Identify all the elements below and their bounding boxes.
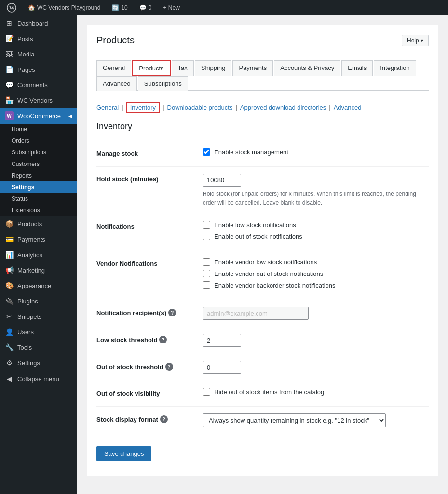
sidebar-item-extensions[interactable]: Extensions <box>0 205 77 216</box>
out-of-stock-visibility-field: Hide out of stock items from the catalog <box>203 381 429 407</box>
stock-display-format-select[interactable]: Always show quantity remaining in stock … <box>203 413 386 427</box>
tab-products[interactable]: Products <box>132 60 170 76</box>
help-button[interactable]: Help ▾ <box>402 35 429 46</box>
tab-general[interactable]: General <box>96 60 131 76</box>
stock-display-format-help-icon[interactable]: ? <box>160 415 168 423</box>
sidebar-item-status[interactable]: Status <box>0 193 77 205</box>
tab-shipping[interactable]: Shipping <box>195 60 232 76</box>
low-stock-notification-label[interactable]: Enable low stock notifications <box>214 221 296 229</box>
vendor-notifications-label: Vendor Notifications <box>96 251 203 300</box>
manage-stock-field: Enable stock management <box>203 141 429 167</box>
sidebar-item-label: Payments <box>17 236 45 243</box>
low-stock-threshold-help-icon[interactable]: ? <box>159 336 167 343</box>
sidebar-item-analytics[interactable]: 📊 Analytics <box>0 247 77 262</box>
tab-subscriptions[interactable]: Subscriptions <box>138 76 188 91</box>
sidebar-item-media[interactable]: 🖼 Media <box>0 46 77 62</box>
sidebar-item-settings[interactable]: Settings <box>0 181 77 193</box>
sidebar-item-marketing[interactable]: 📢 Marketing <box>0 262 77 278</box>
setting-stock-display-format: Stock display format ? Always show quant… <box>96 407 429 435</box>
subnav-downloadable[interactable]: Downloadable products <box>167 104 233 111</box>
hide-out-of-stock-label[interactable]: Hide out of stock items from the catalog <box>214 388 324 396</box>
tab-accounts-privacy[interactable]: Accounts & Privacy <box>274 60 340 76</box>
notification-recipient-help-icon[interactable]: ? <box>168 309 176 316</box>
sidebar-item-woocommerce[interactable]: W WooCommerce ◀ <box>0 108 77 124</box>
sidebar-item-users[interactable]: 👤 Users <box>0 324 77 340</box>
tab-advanced[interactable]: Advanced <box>96 76 137 91</box>
subnav-advanced[interactable]: Advanced <box>334 104 362 111</box>
comments-link[interactable]: 💬 0 <box>136 0 155 15</box>
vendor-low-stock-label[interactable]: Enable vendor low stock notifications <box>214 259 317 266</box>
sidebar-item-customers[interactable]: Customers <box>0 158 77 170</box>
vendor-low-stock-checkbox[interactable] <box>203 258 210 266</box>
posts-icon: 📝 <box>5 34 14 43</box>
new-content-link[interactable]: + New <box>160 0 182 15</box>
notification-recipient-input[interactable] <box>203 307 309 320</box>
tab-tax[interactable]: Tax <box>172 60 194 76</box>
out-of-stock-threshold-label-group: Out of stock threshold ? <box>96 363 203 370</box>
low-stock-notification-checkbox[interactable] <box>203 221 210 229</box>
sidebar-item-label: Snippets <box>17 313 42 320</box>
hide-out-of-stock-checkbox[interactable] <box>203 388 210 396</box>
woocommerce-submenu: Home Orders Subscriptions Customers Repo… <box>0 124 77 216</box>
sidebar-item-appearance[interactable]: 🎨 Appearance <box>0 278 77 293</box>
tab-emails[interactable]: Emails <box>341 60 373 76</box>
vendor-out-of-stock-checkbox[interactable] <box>203 270 210 277</box>
notification-recipient-label: Notification recipient(s) <box>96 309 166 316</box>
stock-display-format-label-group: Stock display format ? <box>96 415 203 423</box>
comments-sidebar-icon: 💬 <box>5 81 14 89</box>
sidebar-item-subscriptions[interactable]: Subscriptions <box>0 147 77 158</box>
subnav-inventory[interactable]: Inventory <box>126 102 160 113</box>
main-tabs: General Products Tax Shipping Payments A… <box>96 60 429 76</box>
plugins-icon: 🔌 <box>5 297 14 305</box>
sidebar-item-posts[interactable]: 📝 Posts <box>0 31 77 46</box>
subscriptions-label: Subscriptions <box>12 149 46 156</box>
out-of-stock-notification-checkbox[interactable] <box>203 233 210 240</box>
sidebar-item-tools[interactable]: 🔧 Tools <box>0 340 77 355</box>
enable-stock-label[interactable]: Enable stock management <box>214 149 288 156</box>
collapse-menu-icon: ◀ <box>5 374 14 383</box>
enable-stock-checkbox[interactable] <box>203 148 210 156</box>
sidebar-item-dashboard[interactable]: ⊞ Dashboard <box>0 15 77 31</box>
sidebar-item-home[interactable]: Home <box>0 124 77 135</box>
sidebar-item-pages[interactable]: 📄 Pages <box>0 62 77 77</box>
sidebar-item-label: Products <box>17 220 42 228</box>
sidebar-item-comments[interactable]: 💬 Comments <box>0 77 77 93</box>
stock-display-format-label: Stock display format <box>96 416 158 423</box>
vendor-backorder-checkbox[interactable] <box>203 281 210 289</box>
sidebar-item-wc-vendors[interactable]: 🏪 WC Vendors <box>0 93 77 108</box>
out-of-stock-threshold-help-icon[interactable]: ? <box>165 363 173 370</box>
site-name[interactable]: 🏠 WC Vendors Playground <box>25 0 103 15</box>
sidebar-item-settings-bottom[interactable]: ⚙ Settings <box>0 355 77 370</box>
tab-integration[interactable]: Integration <box>374 60 416 76</box>
settings-bottom-icon: ⚙ <box>5 358 14 367</box>
notification-recipient-label-cell: Notification recipient(s) ? <box>96 300 203 327</box>
stock-display-format-field: Always show quantity remaining in stock … <box>203 407 429 435</box>
vendor-out-of-stock-label[interactable]: Enable vendor out of stock notifications <box>214 270 323 277</box>
low-stock-threshold-input[interactable] <box>203 334 241 347</box>
sidebar-item-orders[interactable]: Orders <box>0 135 77 147</box>
sidebar-item-label: Collapse menu <box>17 375 59 383</box>
tab-payments[interactable]: Payments <box>232 60 273 76</box>
home-label: Home <box>12 126 27 133</box>
subnav-general[interactable]: General <box>96 104 119 111</box>
reports-label: Reports <box>12 172 32 179</box>
sidebar-item-snippets[interactable]: ✂ Snippets <box>0 309 77 324</box>
out-of-stock-notification-label[interactable]: Enable out of stock notifications <box>214 233 302 240</box>
extensions-label: Extensions <box>12 207 40 214</box>
out-of-stock-threshold-field <box>203 354 429 381</box>
main-content: Products Help ▾ General Products Tax Shi… <box>77 15 448 494</box>
wp-logo-link[interactable]: W <box>4 0 19 15</box>
updates-link[interactable]: 🔄 10 <box>109 0 130 15</box>
sidebar-item-plugins[interactable]: 🔌 Plugins <box>0 293 77 309</box>
out-of-stock-threshold-input[interactable] <box>203 361 241 374</box>
vendor-low-stock-row: Enable vendor low stock notifications <box>203 258 429 266</box>
vendor-backorder-label[interactable]: Enable vendor backorder stock notificati… <box>214 282 335 289</box>
save-changes-button[interactable]: Save changes <box>96 446 151 461</box>
subnav-approved-dirs[interactable]: Approved download directories <box>240 104 326 111</box>
sidebar-item-products[interactable]: 📦 Products <box>0 216 77 232</box>
sidebar-item-collapse[interactable]: ◀ Collapse menu <box>0 370 77 386</box>
subnav-sep1: | <box>119 104 126 111</box>
hold-stock-input[interactable] <box>203 174 241 187</box>
sidebar-item-payments[interactable]: 💳 Payments <box>0 232 77 247</box>
sidebar-item-reports[interactable]: Reports <box>0 170 77 181</box>
